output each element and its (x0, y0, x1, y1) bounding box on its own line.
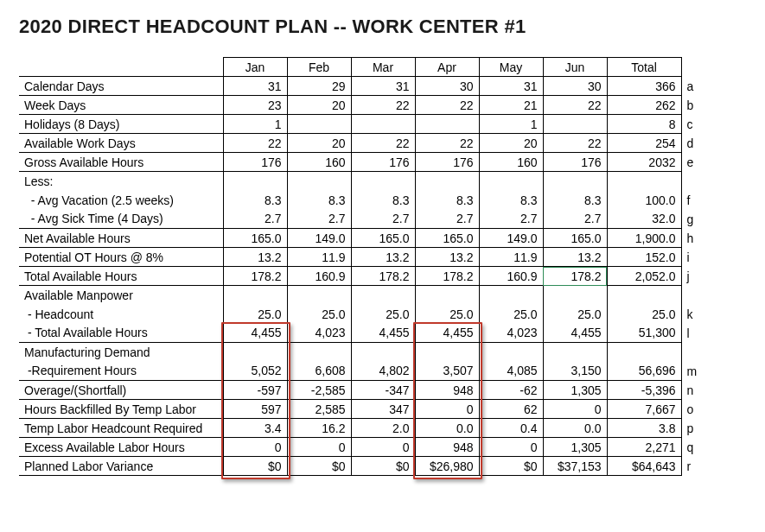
cell: 13.2 (415, 248, 479, 267)
cell: 3,507 (415, 362, 479, 381)
cell (351, 172, 415, 191)
cell: 366 (607, 77, 681, 96)
cell: $64,643 (607, 457, 681, 476)
row-label: Less: (19, 172, 223, 191)
cell: 2.7 (415, 210, 479, 229)
row-note: q (681, 438, 702, 457)
cell: 176 (543, 153, 607, 172)
cell: 21 (479, 96, 543, 115)
table-row: Gross Available Hours1761601761761601762… (19, 153, 702, 172)
cell: 22 (415, 96, 479, 115)
cell: 25.0 (607, 305, 681, 324)
cell: 20 (287, 96, 351, 115)
cell (479, 343, 543, 362)
row-label: Gross Available Hours (19, 153, 223, 172)
row-label: -Requirement Hours (19, 362, 223, 381)
cell: 347 (351, 400, 415, 419)
table-row: Planned Labor Variance$0$0$0$26,980$0$37… (19, 457, 702, 476)
cell: 20 (479, 134, 543, 153)
col-header-jan: Jan (223, 58, 287, 77)
cell: 22 (351, 96, 415, 115)
cell: 8.3 (415, 191, 479, 210)
cell: -5,396 (607, 381, 681, 400)
cell: 0.0 (415, 419, 479, 438)
cell (287, 115, 351, 134)
row-label: - Avg Vacation (2.5 weeks) (19, 191, 223, 210)
cell: 3,150 (543, 362, 607, 381)
table-wrap: JanFebMarAprMayJunTotalCalendar Days3129… (19, 57, 702, 476)
row-label: - Headcount (19, 305, 223, 324)
cell: 23 (223, 96, 287, 115)
row-label: Holidays (8 Days) (19, 115, 223, 134)
cell: 2,585 (287, 400, 351, 419)
cell: 4,455 (351, 324, 415, 343)
cell (223, 343, 287, 362)
cell: 1,305 (543, 381, 607, 400)
cell: $0 (287, 457, 351, 476)
table-row: Holidays (8 Days)118c (19, 115, 702, 134)
cell: 165.0 (415, 229, 479, 248)
cell: 152.0 (607, 248, 681, 267)
cell: 4,023 (287, 324, 351, 343)
row-label: Hours Backfilled By Temp Labor (19, 400, 223, 419)
cell: 25.0 (415, 305, 479, 324)
cell: 25.0 (479, 305, 543, 324)
row-note: b (681, 96, 702, 115)
row-note: j (681, 267, 702, 286)
cell: 22 (415, 134, 479, 153)
cell: 176 (351, 153, 415, 172)
row-label: Overage/(Shortfall) (19, 381, 223, 400)
row-note (681, 286, 702, 305)
cell: 51,300 (607, 324, 681, 343)
table-row: Less: (19, 172, 702, 191)
cell (607, 343, 681, 362)
row-note (681, 343, 702, 362)
page-title: 2020 DIRECT HEADCOUNT PLAN -- WORK CENTE… (19, 16, 746, 38)
cell: 176 (223, 153, 287, 172)
cell: 1,305 (543, 438, 607, 457)
cell: 254 (607, 134, 681, 153)
cell: 948 (415, 381, 479, 400)
table-row: Overage/(Shortfall)-597-2,585-347948-621… (19, 381, 702, 400)
cell: 4,802 (351, 362, 415, 381)
cell: 16.2 (287, 419, 351, 438)
cell: $0 (223, 457, 287, 476)
table-row: Potential OT Hours @ 8%13.211.913.213.21… (19, 248, 702, 267)
cell: $37,153 (543, 457, 607, 476)
cell (351, 115, 415, 134)
cell (351, 286, 415, 305)
table-row: Hours Backfilled By Temp Labor5972,58534… (19, 400, 702, 419)
cell: 0 (479, 438, 543, 457)
table-row: - Headcount25.025.025.025.025.025.025.0k (19, 305, 702, 324)
col-header-apr: Apr (415, 58, 479, 77)
cell (415, 172, 479, 191)
cell: 160 (287, 153, 351, 172)
cell: 0.4 (479, 419, 543, 438)
cell: 160 (479, 153, 543, 172)
cell (287, 172, 351, 191)
table-row: Available Work Days222022222022254d (19, 134, 702, 153)
row-note: h (681, 229, 702, 248)
cell: 25.0 (351, 305, 415, 324)
table-row: Net Available Hours165.0149.0165.0165.01… (19, 229, 702, 248)
col-header-may: May (479, 58, 543, 77)
col-header-mar: Mar (351, 58, 415, 77)
row-note: a (681, 77, 702, 96)
cell: 2.7 (543, 210, 607, 229)
cell: 2,271 (607, 438, 681, 457)
row-note: r (681, 457, 702, 476)
cell: 2.7 (479, 210, 543, 229)
cell: 2,052.0 (607, 267, 681, 286)
cell: 62 (479, 400, 543, 419)
table-row: Calendar Days312931303130366a (19, 77, 702, 96)
cell: 178.2 (543, 267, 607, 286)
cell: 2.7 (287, 210, 351, 229)
cell: 165.0 (351, 229, 415, 248)
col-header-jun: Jun (543, 58, 607, 77)
cell: 160.9 (287, 267, 351, 286)
row-label: Excess Available Labor Hours (19, 438, 223, 457)
row-label: Potential OT Hours @ 8% (19, 248, 223, 267)
cell: 165.0 (223, 229, 287, 248)
cell (287, 343, 351, 362)
cell (543, 286, 607, 305)
